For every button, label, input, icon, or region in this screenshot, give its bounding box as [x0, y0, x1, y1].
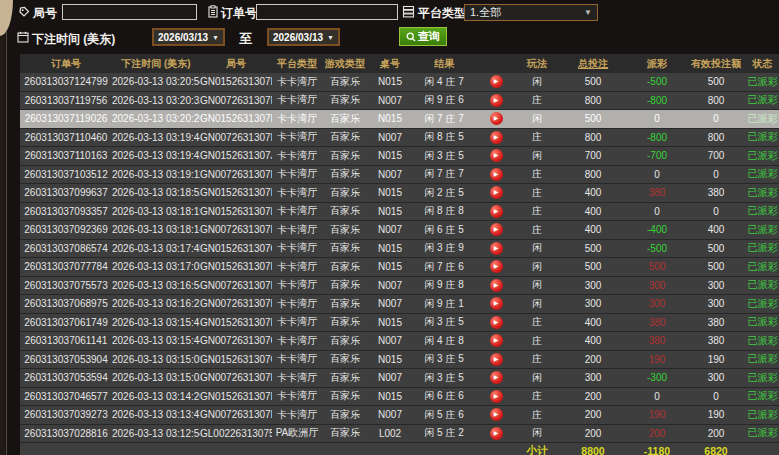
play-video-icon[interactable]: ▶	[490, 168, 503, 181]
order-number-input[interactable]	[256, 4, 398, 20]
play-video-icon[interactable]: ▶	[490, 131, 503, 144]
cell-table_no: N007	[368, 295, 412, 314]
play-video-icon[interactable]: ▶	[490, 316, 503, 329]
cell-valid: 500	[686, 258, 746, 277]
cell-total: 500	[558, 73, 628, 91]
table-row[interactable]: 2603130371035122026-03-13 03:19:11GN0072…	[20, 165, 779, 184]
table-row[interactable]: 2603130370465772026-03-13 03:14:26GN0152…	[20, 387, 779, 406]
round-number-input[interactable]	[62, 4, 197, 20]
table-row[interactable]: 2603130370865742026-03-13 03:17:45GN0152…	[20, 239, 779, 258]
cell-valid: 300	[686, 369, 746, 388]
cell-game: 百家乐	[322, 91, 368, 110]
cell-payout: -300	[628, 369, 686, 388]
query-button[interactable]: 查询	[399, 27, 447, 46]
cell-play_type: 闲	[516, 147, 558, 166]
cell-time: 2026-03-13 03:19:42	[112, 147, 200, 166]
play-video-icon[interactable]: ▶	[490, 353, 503, 366]
table-row[interactable]: 2603130371197562026-03-13 03:20:32GN0072…	[20, 91, 779, 110]
platform-type-select[interactable]: 1.全部 ▼	[464, 4, 598, 21]
cell-payout: 0	[628, 202, 686, 221]
table-row[interactable]: 2603130370611412026-03-13 03:15:44GN0072…	[20, 332, 779, 351]
cell-play_type: 庄	[516, 165, 558, 184]
table-row[interactable]: 2603130370539042026-03-13 03:15:05GN0152…	[20, 350, 779, 369]
play-video-icon[interactable]: ▶	[490, 75, 503, 88]
cell-play_type: 庄	[516, 184, 558, 203]
table-row[interactable]: 2603130370617492026-03-13 03:15:47GN0152…	[20, 313, 779, 332]
cell-game: 百家乐	[322, 184, 368, 203]
table-row[interactable]: 2603130370689752026-03-13 03:16:23GN0072…	[20, 295, 779, 314]
cell-payout: 500	[628, 258, 686, 277]
cell-payout: 380	[628, 332, 686, 351]
play-video-icon[interactable]: ▶	[490, 297, 503, 310]
table-row[interactable]: 2603130370933572026-03-13 03:18:19GN0152…	[20, 202, 779, 221]
play-video-icon[interactable]: ▶	[490, 223, 503, 236]
table-row[interactable]: 2603130370923692026-03-13 03:18:14GN0072…	[20, 221, 779, 240]
cell-payout: 300	[628, 276, 686, 295]
cell-table_no: N015	[368, 258, 412, 277]
cell-status: 已派彩	[746, 147, 779, 166]
column-header: 局号	[200, 54, 272, 73]
table-row[interactable]: 2603130371247992026-03-13 03:20:54GN0152…	[20, 73, 779, 91]
table-row[interactable]: 2603130371190262026-03-13 03:20:26GN0152…	[20, 110, 779, 129]
cell-order: 260313037110163	[20, 147, 112, 166]
play-video-icon[interactable]: ▶	[490, 186, 503, 199]
cell-order: 260313037103512	[20, 165, 112, 184]
chevron-down-icon: ▼	[212, 34, 219, 41]
play-video-icon[interactable]: ▶	[490, 112, 503, 125]
cell-status: 已派彩	[746, 276, 779, 295]
cell-total: 400	[558, 202, 628, 221]
play-video-icon[interactable]: ▶	[490, 242, 503, 255]
cell-platform: 卡卡湾厅	[272, 387, 322, 406]
play-video-icon[interactable]: ▶	[490, 149, 503, 162]
table-row[interactable]: 2603130371104602026-03-13 03:19:44GN0072…	[20, 128, 779, 147]
date-from-picker[interactable]: 2026/03/13 ▼	[152, 28, 225, 46]
play-video-icon[interactable]: ▶	[490, 260, 503, 273]
table-row[interactable]: 2603130370755732026-03-13 03:16:54GN0072…	[20, 276, 779, 295]
cell-order: 260313037028816	[20, 424, 112, 443]
cell-status: 已派彩	[746, 73, 779, 91]
cell-table_no: N007	[368, 165, 412, 184]
cell-valid: 0	[686, 202, 746, 221]
cell-result: 闲 7 庄 6	[412, 258, 476, 277]
table-row[interactable]: 2603130370996372026-03-13 03:18:52GN0152…	[20, 184, 779, 203]
play-video-icon[interactable]: ▶	[490, 279, 503, 292]
play-video-icon[interactable]: ▶	[490, 371, 503, 384]
total-label: 小计	[516, 443, 558, 455]
table-row[interactable]: 2603130371101632026-03-13 03:19:42GN0152…	[20, 147, 779, 166]
cell-game: 百家乐	[322, 350, 368, 369]
cell-platform: 卡卡湾厅	[272, 332, 322, 351]
cell-time: 2026-03-13 03:12:54	[112, 424, 200, 443]
table-row[interactable]: 2603130370288162026-03-13 03:12:54GL0022…	[20, 424, 779, 443]
search-icon	[406, 32, 416, 42]
cell-round: GN0072631307G	[200, 332, 272, 351]
table-row[interactable]: 2603130370535942026-03-13 03:15:03GN0072…	[20, 369, 779, 388]
cell-payout: -400	[628, 221, 686, 240]
date-to-value: 2026/03/13	[273, 32, 323, 43]
cell-result: 闲 7 庄 7	[412, 110, 476, 129]
column-header[interactable]: 总投注	[558, 54, 628, 73]
play-video-icon[interactable]: ▶	[490, 390, 503, 403]
table-row[interactable]: 2603130370392732026-03-13 03:13:47GN0072…	[20, 406, 779, 425]
table-row[interactable]: 2603130370777842026-03-13 03:17:05GN0152…	[20, 258, 779, 277]
play-video-icon[interactable]: ▶	[490, 205, 503, 218]
cell-play_type: 闲	[516, 239, 558, 258]
column-header: 派彩	[628, 54, 686, 73]
cell-round: GN0152631307G	[200, 239, 272, 258]
date-to-picker[interactable]: 2026/03/13 ▼	[267, 28, 340, 46]
play-video-icon[interactable]: ▶	[490, 334, 503, 347]
play-video-icon[interactable]: ▶	[490, 408, 503, 421]
cell-game: 百家乐	[322, 165, 368, 184]
cell-result: 闲 3 庄 5	[412, 147, 476, 166]
cell-game: 百家乐	[322, 295, 368, 314]
cell-play_type: 庄	[516, 406, 558, 425]
cell-result: 闲 3 庄 5	[412, 369, 476, 388]
cell-round: GN0072631307K	[200, 221, 272, 240]
cell-play: ▶	[476, 424, 516, 443]
cell-status: 已派彩	[746, 313, 779, 332]
cell-play: ▶	[476, 147, 516, 166]
cell-play_type: 庄	[516, 128, 558, 147]
cell-table_no: N015	[368, 110, 412, 129]
play-video-icon[interactable]: ▶	[490, 427, 503, 440]
valid-bet-sum: 6820	[686, 443, 746, 455]
play-video-icon[interactable]: ▶	[490, 94, 503, 107]
